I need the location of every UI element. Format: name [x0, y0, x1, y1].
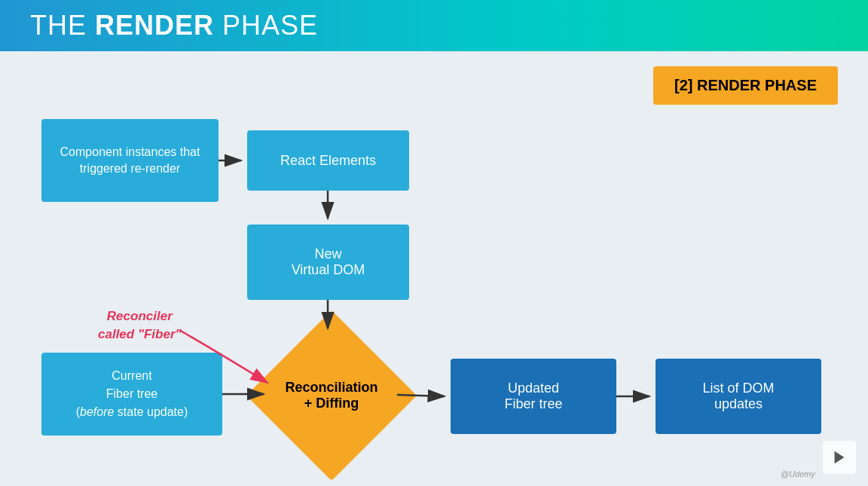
updated-fiber-tree-box: Updated Fiber tree: [451, 359, 616, 434]
page-title: THE RENDER PHASE: [30, 10, 318, 41]
fiber-reconciler-label: Reconciler called "Fiber": [98, 307, 182, 344]
reconciliation-diamond: [246, 310, 417, 481]
header: THE RENDER PHASE: [0, 0, 868, 51]
watermark: @Udemy: [781, 469, 815, 478]
phase-badge: [2] RENDER PHASE: [653, 66, 838, 105]
reconciliation-diamond-wrapper: Reconciliation + Diffing: [267, 332, 396, 460]
react-elements-box: React Elements: [247, 130, 409, 191]
component-instances-box: Component instances that triggered re-re…: [41, 119, 219, 202]
list-of-dom-updates-box: List of DOM updates: [656, 359, 821, 434]
main-content: [2] RENDER PHASE Component instances tha…: [0, 51, 868, 486]
play-button[interactable]: [823, 441, 856, 474]
play-icon: [831, 449, 848, 466]
current-fiber-tree-box: CurrentFiber tree(before state update): [41, 353, 222, 436]
svg-marker-3: [835, 451, 845, 464]
new-virtual-dom-box: New Virtual DOM: [247, 225, 409, 300]
